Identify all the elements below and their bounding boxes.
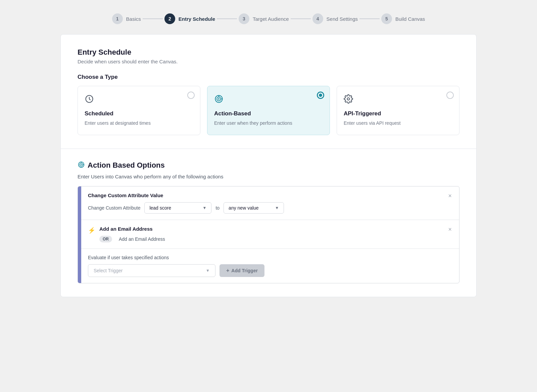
any-new-value-chevron: ▼ [275,206,279,210]
type-card-scheduled-desc: Enter users at designated times [85,120,193,127]
step-3-circle: 3 [239,13,249,24]
type-card-scheduled-name: Scheduled [85,110,193,117]
type-card-action-desc: Enter user when they perform actions [214,120,323,127]
step-4-circle: 4 [312,13,323,24]
actions-sidebar-bar [78,186,81,283]
action-row-email: ⚡ Add an Email Address OR Add an Email A… [81,220,459,249]
main-card: Entry Schedule Decide when users should … [60,34,477,297]
entry-schedule-title: Entry Schedule [78,48,459,57]
step-2-label: Entry Schedule [179,16,215,22]
entry-schedule-subtitle: Decide when users should enter the Canva… [78,59,459,64]
lightning-icon: ⚡ [88,227,95,234]
step-1-label: Basics [126,16,141,22]
to-connector: to [215,205,219,211]
type-card-api-desc: Enter users via API request [344,120,452,127]
step-4-label: Send Settings [327,16,358,22]
section-divider [61,149,476,149]
svg-point-9 [81,164,82,165]
action-row-1-title: Change Custom Attribute Value [88,192,452,198]
lead-score-dropdown[interactable]: lead score ▼ [144,202,211,214]
type-card-api-name: API-Triggered [344,110,452,117]
lead-score-value: lead score [149,205,171,211]
step-3-label: Target Audience [253,16,289,22]
step-connector-2 [217,18,237,19]
step-2-circle: 2 [164,13,175,24]
action-options-title: Action Based Options [88,161,165,170]
radio-inner [317,92,324,99]
step-5[interactable]: 5 Build Canvas [381,13,425,24]
choose-type-label: Choose a Type [78,74,459,80]
lightning-wrapper: ⚡ [88,226,95,234]
target-icon-small [78,161,85,170]
type-card-scheduled[interactable]: Scheduled Enter users at designated time… [78,86,200,135]
gear-icon [344,94,452,106]
change-custom-attr-label: Change Custom Attribute [88,205,140,211]
target-icon [214,94,323,106]
svg-point-3 [218,99,219,99]
step-connector-4 [359,18,380,19]
action-options-desc: Enter Users into Canvas who perform any … [78,174,459,179]
type-card-api[interactable]: API-Triggered Enter users via API reques… [337,86,459,135]
radio-api[interactable] [446,92,454,99]
step-1[interactable]: 1 Basics [112,13,141,24]
add-email-label: Add an Email Address [119,236,165,242]
trigger-row: Evaluate if user takes specified actions… [81,249,459,283]
trigger-desc: Evaluate if user takes specified actions [88,255,452,260]
or-badge: OR [99,236,112,242]
stepper: 1 Basics 2 Entry Schedule 3 Target Audie… [7,7,530,34]
action-row-1-fields: Change Custom Attribute lead score ▼ to … [88,202,452,214]
close-action-1-button[interactable]: × [446,192,454,200]
type-card-action-based[interactable]: Action-Based Enter user when they perfor… [207,86,330,135]
actions-content: Change Custom Attribute Value Change Cus… [81,186,459,283]
select-trigger-dropdown[interactable]: Select Trigger ▼ [88,264,215,277]
radio-action-based[interactable] [317,92,324,99]
step-3[interactable]: 3 Target Audience [239,13,289,24]
step-4[interactable]: 4 Send Settings [312,13,358,24]
clock-icon [85,94,193,106]
any-new-value-dropdown[interactable]: any new value ▼ [224,202,284,214]
action-row-custom-attribute: Change Custom Attribute Value Change Cus… [81,186,459,220]
action-options-header: Action Based Options [78,161,459,170]
step-connector-3 [291,18,311,19]
radio-dot [319,94,322,97]
add-trigger-label: Add Trigger [231,268,258,273]
actions-container: Change Custom Attribute Value Change Cus… [78,186,459,283]
add-trigger-button[interactable]: + Add Trigger [219,264,264,277]
select-trigger-placeholder: Select Trigger [94,268,123,273]
add-trigger-plus: + [226,268,229,274]
svg-point-6 [347,98,350,100]
action-row-2-title: Add an Email Address [99,226,452,232]
step-5-circle: 5 [381,13,392,24]
select-trigger-chevron: ▼ [206,268,210,273]
radio-scheduled[interactable] [187,92,195,99]
step-1-circle: 1 [112,13,123,24]
trigger-controls: Select Trigger ▼ + Add Trigger [88,264,452,277]
lead-score-chevron: ▼ [203,206,207,210]
any-new-value-text: any new value [229,205,259,211]
step-connector-1 [143,18,163,19]
close-action-2-button[interactable]: × [446,225,454,234]
action-row-2-fields: OR Add an Email Address [99,236,452,242]
email-action-content: Add an Email Address OR Add an Email Add… [99,226,452,242]
step-5-label: Build Canvas [395,16,425,22]
type-cards: Scheduled Enter users at designated time… [78,86,459,135]
type-card-action-name: Action-Based [214,110,323,117]
step-2[interactable]: 2 Entry Schedule [164,13,215,24]
